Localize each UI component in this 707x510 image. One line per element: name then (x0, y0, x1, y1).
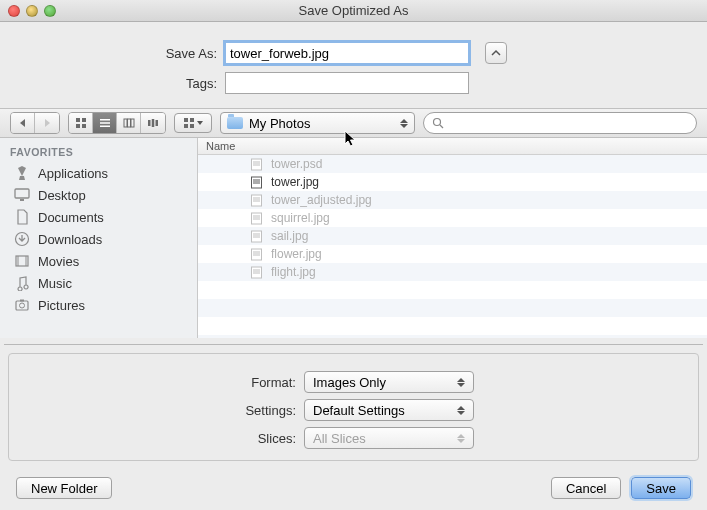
svg-rect-25 (16, 301, 28, 310)
file-name: flower.jpg (271, 247, 322, 261)
svg-rect-27 (20, 300, 24, 302)
svg-rect-15 (184, 124, 188, 128)
triangle-right-icon (42, 118, 52, 128)
nav-buttons (10, 112, 60, 134)
sidebar-item-pictures[interactable]: Pictures (0, 294, 197, 316)
save-as-label: Save As: (0, 46, 225, 61)
divider (4, 344, 703, 345)
coverflow-view-button[interactable] (141, 113, 165, 133)
coverflow-icon (147, 117, 159, 129)
svg-rect-19 (15, 189, 29, 198)
file-icon (250, 176, 263, 189)
svg-rect-39 (253, 251, 260, 256)
file-row[interactable]: tower_adjusted.jpg (198, 191, 707, 209)
applications-icon (14, 165, 30, 181)
file-row[interactable]: flight.jpg (198, 263, 707, 281)
columns-icon (123, 117, 135, 129)
collapse-button[interactable] (485, 42, 507, 64)
sidebar-item-movies[interactable]: Movies (0, 250, 197, 272)
music-icon (14, 275, 30, 291)
file-icon (250, 248, 263, 261)
svg-rect-9 (131, 119, 134, 127)
save-button[interactable]: Save (631, 477, 691, 499)
search-icon (432, 117, 444, 129)
updown-icon (400, 119, 408, 128)
file-list-body: tower.psdtower.jpgtower_adjusted.jpgsqui… (198, 155, 707, 338)
new-folder-button[interactable]: New Folder (16, 477, 112, 499)
downloads-icon (14, 231, 30, 247)
svg-rect-11 (152, 119, 155, 127)
svg-rect-6 (100, 126, 110, 128)
settings-dropdown[interactable]: Default Settings (304, 399, 474, 421)
file-row[interactable]: flower.jpg (198, 245, 707, 263)
chevron-up-icon (491, 48, 501, 58)
save-form: Save As: Tags: (0, 22, 707, 108)
tags-label: Tags: (0, 76, 225, 91)
svg-rect-41 (253, 269, 260, 274)
sidebar-item-music[interactable]: Music (0, 272, 197, 294)
svg-rect-10 (148, 120, 151, 126)
sidebar-item-label: Pictures (38, 298, 85, 313)
file-icon (250, 212, 263, 225)
svg-rect-12 (156, 120, 159, 126)
file-row[interactable]: tower.psd (198, 155, 707, 173)
search-field[interactable] (423, 112, 697, 134)
dialog-footer: New Folder Cancel Save (0, 469, 707, 507)
file-icon (250, 194, 263, 207)
save-as-input[interactable] (225, 42, 469, 64)
sidebar-item-label: Movies (38, 254, 79, 269)
format-dropdown[interactable]: Images Only (304, 371, 474, 393)
slices-value: All Slices (313, 431, 366, 446)
sidebar-item-label: Desktop (38, 188, 86, 203)
titlebar: Save Optimized As (0, 0, 707, 22)
svg-rect-29 (253, 161, 260, 166)
svg-rect-4 (100, 119, 110, 121)
arrange-icon (183, 117, 195, 129)
list-view-button[interactable] (93, 113, 117, 133)
back-button[interactable] (11, 113, 35, 133)
file-row[interactable]: sail.jpg (198, 227, 707, 245)
svg-rect-35 (253, 215, 260, 220)
tags-input[interactable] (225, 72, 469, 94)
svg-rect-33 (253, 197, 260, 202)
arrange-button[interactable] (174, 113, 212, 133)
column-header-name[interactable]: Name (198, 138, 707, 155)
documents-icon (14, 209, 30, 225)
movies-icon (14, 253, 30, 269)
grid-icon (75, 117, 87, 129)
cancel-button[interactable]: Cancel (551, 477, 621, 499)
file-row[interactable]: squirrel.jpg (198, 209, 707, 227)
forward-button[interactable] (35, 113, 59, 133)
column-view-button[interactable] (117, 113, 141, 133)
empty-row (198, 281, 707, 299)
svg-rect-3 (82, 124, 86, 128)
sidebar: FAVORITES Applications Desktop Documents… (0, 138, 198, 338)
svg-rect-0 (76, 118, 80, 122)
file-icon (250, 158, 263, 171)
file-name: flight.jpg (271, 265, 316, 279)
view-buttons (68, 112, 166, 134)
sidebar-item-applications[interactable]: Applications (0, 162, 197, 184)
sidebar-item-desktop[interactable]: Desktop (0, 184, 197, 206)
file-row[interactable]: tower.jpg (198, 173, 707, 191)
settings-value: Default Settings (313, 403, 405, 418)
desktop-icon (14, 187, 30, 203)
empty-row (198, 335, 707, 338)
svg-point-17 (434, 119, 441, 126)
sidebar-item-documents[interactable]: Documents (0, 206, 197, 228)
svg-rect-37 (253, 233, 260, 238)
updown-icon (457, 378, 465, 387)
save-dialog: Save Optimized As Save As: Tags: (0, 0, 707, 510)
empty-row (198, 299, 707, 317)
folder-dropdown[interactable]: My Photos (220, 112, 415, 134)
icon-view-button[interactable] (69, 113, 93, 133)
file-browser: FAVORITES Applications Desktop Documents… (0, 138, 707, 338)
file-list: Name tower.psdtower.jpgtower_adjusted.jp… (198, 138, 707, 338)
sidebar-item-label: Applications (38, 166, 108, 181)
file-name: tower.jpg (271, 175, 319, 189)
svg-rect-5 (100, 122, 110, 124)
sidebar-item-downloads[interactable]: Downloads (0, 228, 197, 250)
sidebar-header: FAVORITES (0, 142, 197, 162)
svg-rect-1 (82, 118, 86, 122)
svg-line-18 (440, 125, 443, 128)
